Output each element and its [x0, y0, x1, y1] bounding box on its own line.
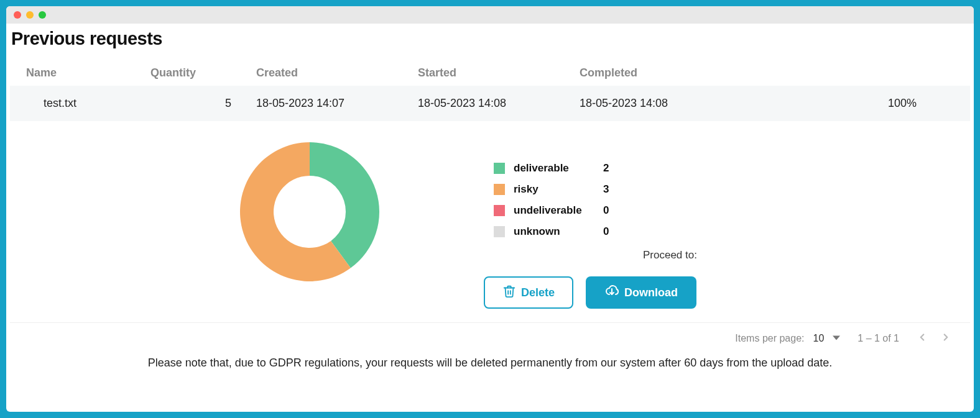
- requests-table: Name Quantity Created Started Completed …: [10, 60, 970, 121]
- cell-created: 18-05-2023 14:07: [256, 97, 418, 110]
- trash-icon: [502, 284, 516, 301]
- legend-label: unknown: [514, 225, 594, 238]
- legend-value: 2: [603, 162, 609, 175]
- cell-quantity: 5: [150, 97, 256, 110]
- action-buttons: Delete Download: [484, 276, 954, 309]
- col-header-created: Created: [256, 66, 418, 80]
- legend-value: 0: [603, 225, 609, 238]
- delete-button-label: Delete: [521, 286, 555, 299]
- items-per-page: Items per page: 10: [735, 333, 840, 344]
- donut-chart: [238, 140, 382, 286]
- legend-label: risky: [514, 183, 594, 196]
- legend-swatch: [494, 205, 505, 216]
- delete-button[interactable]: Delete: [484, 276, 573, 309]
- gdpr-notice: Please note that, due to GDPR regulation…: [10, 349, 970, 371]
- legend-swatch: [494, 226, 505, 237]
- download-button-label: Download: [624, 286, 678, 299]
- chart-legend: deliverable2risky3undeliverable0unknown0: [494, 162, 954, 238]
- table-header-row: Name Quantity Created Started Completed: [10, 60, 970, 86]
- pagination-nav: [917, 330, 951, 347]
- window-close-button[interactable]: [14, 11, 21, 19]
- cell-name: test.txt: [26, 97, 150, 110]
- items-per-page-value[interactable]: 10: [813, 333, 824, 344]
- legend-label: undeliverable: [514, 204, 594, 217]
- pagination-range: 1 – 1 of 1: [858, 333, 899, 344]
- cell-percent: 100%: [741, 97, 954, 110]
- legend-row-risky: risky3: [494, 183, 954, 196]
- app-window: Previous requests Name Quantity Created …: [6, 6, 974, 412]
- next-page-button[interactable]: [940, 330, 951, 347]
- legend-row-unknown: unknown0: [494, 225, 954, 238]
- content-area: Previous requests Name Quantity Created …: [6, 24, 974, 412]
- legend-label: deliverable: [514, 162, 594, 175]
- proceed-label: Proceed to:: [643, 249, 954, 261]
- detail-panel: deliverable2risky3undeliverable0unknown0…: [10, 121, 970, 315]
- col-header-quantity: Quantity: [150, 66, 256, 80]
- legend-and-actions: deliverable2risky3undeliverable0unknown0…: [494, 140, 954, 309]
- window-minimize-button[interactable]: [26, 11, 34, 19]
- col-header-started: Started: [418, 66, 580, 80]
- legend-swatch: [494, 163, 505, 174]
- items-per-page-label: Items per page:: [735, 333, 804, 344]
- col-header-name: Name: [26, 66, 150, 80]
- legend-swatch: [494, 184, 505, 195]
- pagination-bar: Items per page: 10 1 – 1 of 1: [10, 327, 970, 349]
- download-button[interactable]: Download: [586, 276, 696, 309]
- legend-value: 3: [603, 183, 609, 196]
- col-header-completed: Completed: [580, 66, 741, 80]
- window-zoom-button[interactable]: [39, 11, 46, 19]
- divider: [10, 322, 970, 323]
- caret-down-icon[interactable]: [833, 333, 840, 344]
- cell-started: 18-05-2023 14:08: [418, 97, 580, 110]
- legend-row-undeliverable: undeliverable0: [494, 204, 954, 217]
- cell-completed: 18-05-2023 14:08: [580, 97, 741, 110]
- legend-value: 0: [603, 204, 609, 217]
- window-titlebar: [6, 6, 974, 24]
- cloud-download-icon: [604, 284, 619, 302]
- legend-row-deliverable: deliverable2: [494, 162, 954, 175]
- prev-page-button[interactable]: [917, 330, 928, 347]
- table-row[interactable]: test.txt 5 18-05-2023 14:07 18-05-2023 1…: [10, 86, 970, 121]
- page-title: Previous requests: [11, 29, 970, 49]
